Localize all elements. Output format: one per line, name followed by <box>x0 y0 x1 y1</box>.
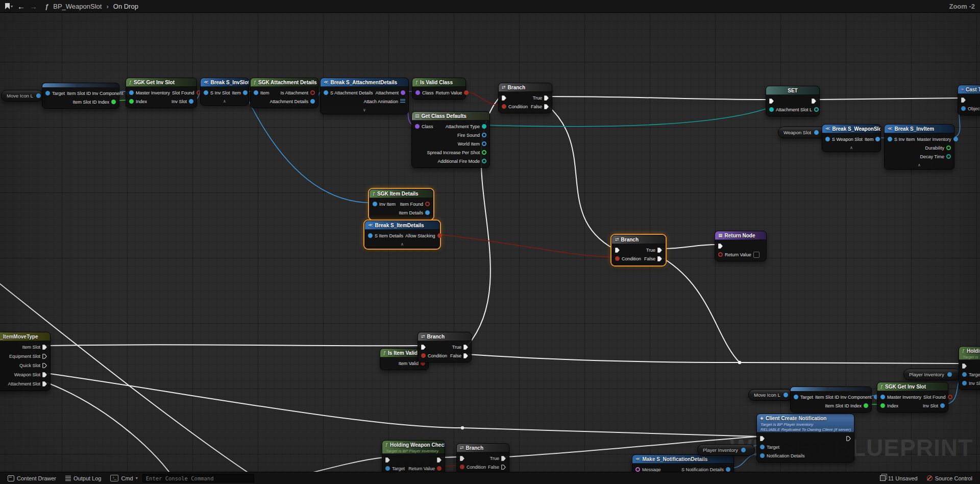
exec-pin[interactable] <box>42 372 47 377</box>
bookmark-button[interactable]: ▾ <box>5 0 13 12</box>
var-move-icon-l[interactable]: Move Icon L <box>1 90 43 102</box>
source-control-button[interactable]: Source Control <box>922 475 977 481</box>
branch-1[interactable]: ⇄BranchTrueConditionFalse <box>498 83 552 113</box>
data-pin[interactable] <box>45 91 50 95</box>
node-header[interactable]: ⇄Branch <box>499 83 552 92</box>
return-node[interactable]: ▦Return NodeReturn Value <box>715 231 767 261</box>
holding-weapon-check[interactable]: ƒHolding Weapon CheckTarget is BP Player… <box>382 440 445 475</box>
get-item-slot-id[interactable]: TargetItem Slot ID Inv ComponentItem Slo… <box>42 83 119 109</box>
exec-pin[interactable] <box>657 256 662 261</box>
collapse-chevron-icon[interactable]: ∧ <box>885 163 954 169</box>
exec-pin[interactable] <box>544 95 549 101</box>
data-pin[interactable] <box>437 233 442 238</box>
node-header[interactable]: ◈Client Create NotificationTarget is BP … <box>757 414 854 432</box>
data-pin[interactable] <box>368 233 373 238</box>
data-pin[interactable] <box>726 467 730 472</box>
exec-pin[interactable] <box>463 345 468 350</box>
sgk-get-inv-slot-2[interactable]: ƒSGK Get Inv SlotMaster InventorySlot Fo… <box>877 382 948 413</box>
data-pin[interactable] <box>718 252 723 257</box>
data-pin[interactable] <box>310 99 315 104</box>
data-pin[interactable] <box>129 90 134 95</box>
data-pin[interactable] <box>385 466 390 471</box>
data-pin[interactable] <box>421 353 426 358</box>
exec-pin[interactable] <box>769 99 774 104</box>
data-pin[interactable] <box>962 381 967 385</box>
exec-pin[interactable] <box>962 364 967 369</box>
anim-sequence-pin[interactable] <box>400 99 405 104</box>
exec-pin[interactable] <box>42 363 47 368</box>
exec-pin[interactable] <box>42 354 47 359</box>
holding-check-cut[interactable]: ƒHoldingTarget isTargetInv Slot <box>959 346 980 390</box>
data-pin[interactable] <box>888 137 892 141</box>
exec-pin[interactable] <box>42 345 47 350</box>
content-drawer-button[interactable]: Content Drawer <box>3 472 61 484</box>
data-pin[interactable] <box>615 256 620 261</box>
data-pin[interactable] <box>953 137 958 141</box>
data-pin[interactable] <box>783 393 788 397</box>
data-pin[interactable] <box>425 210 430 215</box>
exec-pin[interactable] <box>961 98 966 103</box>
data-pin[interactable] <box>254 90 258 95</box>
exec-pin[interactable] <box>615 248 620 253</box>
data-pin[interactable] <box>415 90 420 95</box>
data-pin[interactable] <box>482 133 486 137</box>
sgk-item-details[interactable]: ƒSGK Item DetailsInv ItemItem FoundItem … <box>369 189 433 220</box>
collapse-chevron-icon[interactable]: ∧ <box>201 99 249 105</box>
data-pin[interactable] <box>946 146 951 150</box>
data-pin[interactable] <box>875 137 880 141</box>
exec-pin[interactable] <box>501 465 506 470</box>
data-pin[interactable] <box>324 90 328 95</box>
data-pin[interactable] <box>401 90 405 95</box>
graph-canvas[interactable]: Move Icon LTargetItem Slot ID Inv Compon… <box>0 0 980 484</box>
data-pin[interactable] <box>482 124 486 129</box>
break-s-weaponslot[interactable]: ≪Break S_WeaponSlotS Weapon SlotItem∧ <box>822 124 881 152</box>
data-pin[interactable] <box>825 137 830 141</box>
node-header[interactable]: ≪Break S_InvSlot <box>201 78 249 87</box>
exec-pin[interactable] <box>437 457 442 463</box>
break-s-attachmentdetails[interactable]: ≪Break S_AttachmentDetailsS Attachment D… <box>320 78 409 114</box>
break-s-itemdetails[interactable]: ≪Break S_ItemDetailsS Item DetailsAllow … <box>364 221 440 249</box>
var-weapon-slot[interactable]: Weapon Slot <box>778 127 827 138</box>
switch-e-itemmovetype[interactable]: ⇉Switch on E_ItemMoveTypeItem SlotEquipm… <box>0 332 51 391</box>
data-pin[interactable] <box>415 124 420 129</box>
cmd-button[interactable]: ›_ Cmd ▾ <box>106 472 142 484</box>
node-header[interactable]: ⇉Switch on E_ItemMoveType <box>0 332 50 341</box>
data-pin[interactable] <box>437 466 442 471</box>
data-pin[interactable] <box>961 106 966 111</box>
data-pin[interactable] <box>189 99 193 104</box>
data-pin[interactable] <box>864 403 868 408</box>
node-header[interactable]: »Cast To B <box>958 85 980 94</box>
collapse-chevron-icon[interactable]: ∧ <box>365 242 439 248</box>
set-attachment-slot[interactable]: SETAttachment Slot L <box>766 86 820 116</box>
node-header[interactable]: ƒSGK Get Inv Slot <box>877 382 948 391</box>
data-pin[interactable] <box>502 104 506 109</box>
data-pin[interactable] <box>741 448 746 452</box>
break-s-invitem[interactable]: ≪Break S_InvItemS Inv ItemMaster Invento… <box>884 124 954 170</box>
exec-pin[interactable] <box>846 436 851 441</box>
node-header[interactable]: ⇄Branch <box>457 444 509 452</box>
data-pin[interactable] <box>204 90 208 95</box>
sgk-attachment-details[interactable]: ƒSGK Attachment DetailsItemIs Attachment… <box>250 78 318 108</box>
data-pin[interactable] <box>946 154 951 159</box>
node-header[interactable]: ⇄Branch <box>418 332 471 341</box>
get-class-defaults[interactable]: ▤Get Class DefaultsClassAttachment TypeF… <box>411 111 490 168</box>
data-pin[interactable] <box>460 465 464 469</box>
data-pin[interactable] <box>769 107 774 112</box>
exec-pin[interactable] <box>657 248 662 253</box>
exec-pin[interactable] <box>501 456 506 461</box>
data-pin[interactable] <box>880 395 885 399</box>
branch-3[interactable]: ⇄BranchTrueConditionFalse <box>418 332 472 362</box>
data-pin[interactable] <box>962 372 967 377</box>
data-pin[interactable] <box>36 93 41 98</box>
breadcrumb-function[interactable]: On Drop <box>113 3 138 10</box>
data-pin[interactable] <box>243 90 248 95</box>
data-pin[interactable] <box>129 99 134 104</box>
node-header[interactable]: ≪Break S_WeaponSlot <box>822 125 880 133</box>
var-player-inventory-2[interactable]: Player Inventory <box>903 369 961 380</box>
data-pin[interactable] <box>794 395 798 399</box>
exec-pin[interactable] <box>460 456 464 461</box>
back-button[interactable]: ← <box>17 3 25 10</box>
data-pin[interactable] <box>464 90 469 95</box>
branch-2[interactable]: ⇄BranchTrueConditionFalse <box>611 235 666 265</box>
node-header[interactable]: ▤Get Class Defaults <box>412 112 489 120</box>
